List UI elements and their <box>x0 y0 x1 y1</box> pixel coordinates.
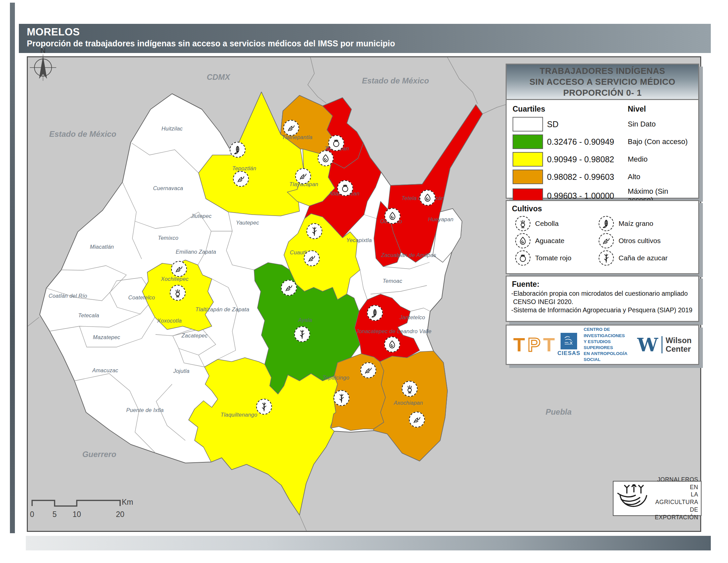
crop-marker-cebolla-icon <box>402 381 418 397</box>
municipality-label-temixco: Temixco <box>158 235 178 241</box>
legend-range: 0.98082 - 0.99603 <box>547 172 628 182</box>
cultivo-label: Tomate rojo <box>535 254 571 262</box>
cultivos-title: Cultivos <box>507 201 698 214</box>
crop-marker-otros-cultivos-icon <box>360 362 376 378</box>
municipality-label-ayala: Ayala <box>298 317 312 323</box>
wilson-text: Wilson <box>666 336 692 345</box>
legend-row-bajo: 0.32476 - 0.90949Bajo (Con acceso) <box>513 134 692 149</box>
municipality-axochiapan <box>373 351 447 461</box>
municipality-label-tepoztlan: Tepoztlán <box>232 165 256 171</box>
neighbor-label-estado-de-mexico: Estado de México <box>362 76 429 85</box>
municipality-label-tlaquiltenango: Tlaquiltenango <box>220 412 257 418</box>
state-boundary-line <box>299 515 306 531</box>
crop-marker-otros-cultivos-icon <box>233 171 249 187</box>
state-boundary-line <box>482 104 508 114</box>
tpt-logo: TPT <box>513 335 558 354</box>
aguacate-icon <box>515 233 530 248</box>
municipality-label-tlaltizapan-de-zapata: Tlaltizapán de Zapata <box>196 306 250 313</box>
maiz-grano-icon <box>599 216 614 231</box>
municipality-label-xoxocotla: Xoxocotla <box>157 318 182 324</box>
legend-col-level: Nivel <box>628 105 692 114</box>
compass-north-icon: N <box>28 46 61 85</box>
ciesas-line: CENTRO DE INVESTIGACIONES <box>584 327 637 339</box>
crop-marker-otros-cultivos-icon <box>281 280 297 296</box>
scale-tick-label: 20 <box>116 510 124 519</box>
bottom-accent-bar <box>26 536 711 550</box>
legend-range: 0.32476 - 0.90949 <box>547 137 628 147</box>
cebolla-icon <box>515 216 530 231</box>
map-title-block: MORELOS Proporción de trabajadores indíg… <box>19 24 711 53</box>
wilson-center-logo: W Wilson Center <box>637 336 692 354</box>
legend-level: Alto <box>628 172 692 181</box>
otros-cultivos-icon <box>599 233 614 248</box>
left-accent-bar <box>10 3 15 533</box>
neighbor-label-cdmx: CDMX <box>207 72 230 82</box>
municipality-label-temoac: Temoac <box>383 278 402 284</box>
cultivo-item-cana-de-azucar: Caña de azucar <box>599 250 692 265</box>
municipality-label-hueyapan: Hueyapan <box>428 216 454 222</box>
legend-title: TRABAJADORES INDÍGENAS SIN ACCESO A SERV… <box>507 65 698 100</box>
municipality-label-jiutepec: Jiutepec <box>191 213 211 219</box>
crop-marker-tomate-rojo-icon <box>328 135 344 151</box>
municipality-label-miacatlan: Miacatlán <box>90 244 114 250</box>
municipality-label-tetecala: Tetecala <box>78 312 99 319</box>
scale-bar <box>30 497 129 510</box>
tpt-letter: T <box>543 334 557 355</box>
neighbor-label-puebla: Puebla <box>546 407 572 417</box>
municipality-label-zacualpan-de-amilpas: Zacualpan de Amilpas <box>381 252 436 258</box>
scale-tick-label: 10 <box>72 510 81 519</box>
page-title: MORELOS <box>27 26 711 38</box>
tomate-rojo-icon <box>515 250 530 265</box>
fuente-panel: Fuente: -Elaboración propia con microdat… <box>506 275 699 322</box>
legend-swatch-sd <box>513 117 543 131</box>
cultivos-panel: Cultivos CebollaAguacateTomate rojoMaíz … <box>506 200 699 274</box>
jornaleros-text: JORNALEROS ENLA AGRICULTURADE EXPORTACIÓ… <box>655 476 698 521</box>
crop-marker-maiz-grano-icon <box>230 142 246 158</box>
crop-marker-maiz-grano-icon <box>367 305 383 321</box>
crop-marker-aguacate-icon <box>318 150 334 166</box>
municipality-tlaquiltenango <box>189 358 338 515</box>
municipality-label-puente-de-ixtla: Puente de Ixtla <box>126 407 163 413</box>
legend-row-alto: 0.98082 - 0.99603Alto <box>513 169 692 184</box>
municipality-label-yautepec: Yautepec <box>236 219 259 226</box>
page-canvas: MORELOS Proporción de trabajadores indíg… <box>0 0 728 563</box>
crop-marker-cana-de-azucar-icon <box>294 326 310 342</box>
fuente-line: CENSO INEGI 2020. <box>511 298 694 306</box>
crop-marker-otros-cultivos-icon <box>295 168 311 184</box>
cultivos-grid: CebollaAguacateTomate rojoMaíz granoOtro… <box>507 214 698 269</box>
crop-marker-otros-cultivos-icon <box>304 250 320 266</box>
ciesas-line: Y ESTUDIOS SUPERIORES <box>584 339 637 351</box>
state-boundary-line <box>308 57 326 103</box>
legend-row-medio: 0.90949 - 0.98082Medio <box>513 152 692 166</box>
legend-title-line: PROPORCIÓN 0- 1 <box>507 88 698 98</box>
legend-range: 0.99603 - 1.00000 <box>547 191 628 201</box>
municipality-label-huitzilac: Huitzilac <box>161 125 183 132</box>
cultivo-item-tomate-rojo: Tomate rojo <box>515 250 595 265</box>
cana-de-azucar-icon <box>599 250 614 265</box>
municipality-label-xochitepec: Xochitepec <box>161 276 189 282</box>
municipality-label-coatetelco: Coatetelco <box>128 295 155 301</box>
legend-range: SD <box>547 119 628 129</box>
municipality-label-yecapixtla: Yecapixtla <box>346 237 372 243</box>
jornaleros-line: DE EXPORTACIÓN <box>655 506 698 521</box>
cultivo-item-aguacate: Aguacate <box>515 233 595 248</box>
cultivo-item-maiz-grano: Maíz grano <box>599 216 692 231</box>
tpt-letter: T <box>513 334 527 355</box>
municipality-label-jonacatepec-de-leandro-valle: Jonacatepec de Leandro Valle <box>356 328 432 335</box>
jornaleros-logo: JORNALEROS ENLA AGRICULTURADE EXPORTACIÓ… <box>613 481 702 516</box>
scale-tick-label: 0 <box>30 510 34 519</box>
jornaleros-line: LA AGRICULTURA <box>655 491 698 506</box>
municipality-label-jojutla: Jojutla <box>173 368 189 374</box>
legend-col-quartiles: Cuartiles <box>513 105 628 114</box>
legend-level: Sin Dato <box>628 120 692 128</box>
svg-text:N: N <box>40 46 46 55</box>
legend-range: 0.90949 - 0.98082 <box>547 155 628 164</box>
municipality-label-emiliano-zapata: Emiliano Zapata <box>176 249 216 255</box>
fuente-line: -Sistema de Información Agropecuaria y P… <box>511 306 694 314</box>
jornaleros-field-icon <box>616 483 653 514</box>
legend-title-line: TRABAJADORES INDÍGENAS <box>507 66 698 76</box>
legend-rows: SDSin Dato0.32476 - 0.90949Bajo (Con acc… <box>507 115 698 209</box>
municipality-label-jantetelco: Jantetelco <box>399 314 425 321</box>
municipality-label-zacatepec: Zacatepec <box>182 333 208 339</box>
ciesas-icon <box>561 333 577 350</box>
